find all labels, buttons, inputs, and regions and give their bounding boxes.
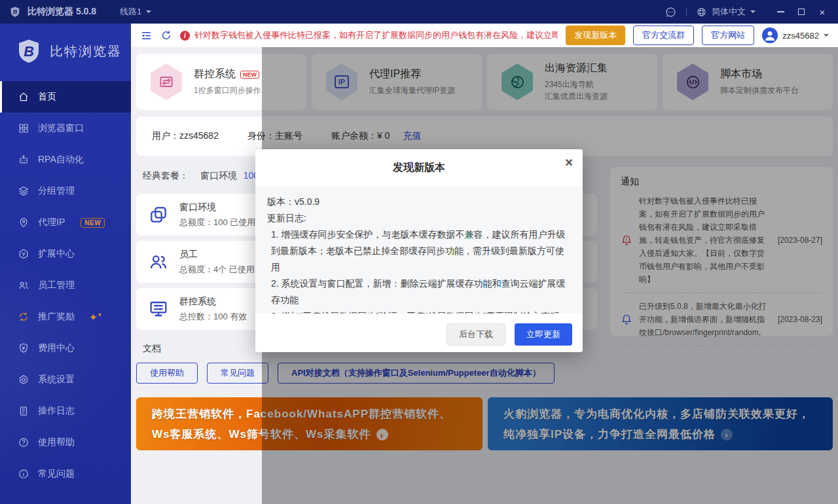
gear-icon	[18, 374, 29, 386]
close-window-button[interactable]: ×	[813, 3, 831, 20]
package-summary: 经典套餐： 窗口环境 100 个	[143, 170, 270, 182]
chevron-down-icon	[146, 10, 151, 16]
promotion-rewards-icon	[18, 311, 29, 323]
changelog-item: 3. 增加“开启扩展数据同步”验证，开启“扩展数据同步”需要强制输入密码	[267, 308, 571, 314]
username: zzs45682	[782, 31, 819, 41]
sidebar: B 比特浏览器 首页 浏览器窗口 RPA自动化 分组管理	[0, 24, 131, 504]
sidebar-item-proxy-ip[interactable]: 代理IP NEW	[0, 207, 131, 238]
monitor-control-icon	[148, 298, 169, 319]
app-logo-icon: B	[9, 5, 21, 18]
question-circle-icon	[18, 437, 29, 448]
account-username: zzs45682	[179, 130, 219, 141]
sidebar-item-home[interactable]: 首页	[0, 81, 131, 113]
new-version-button[interactable]: 发现新版本	[566, 26, 625, 45]
grid-icon	[18, 122, 29, 134]
document-log-icon	[18, 405, 29, 417]
sidebar-item-settings[interactable]: 系统设置	[0, 364, 131, 395]
main-toolbar: i 针对数字钱包被入侵事件比特已报案，如有开启了扩展数据同步的用户钱包有潜在风险…	[131, 24, 838, 47]
changelog-item: 1. 增强缓存同步安全保护，与老版本缓存数据不兼容，建议所有用户升级到最新版本；…	[267, 226, 571, 276]
language-selector[interactable]: 简体中文	[696, 6, 756, 18]
sidebar-nav: 首页 浏览器窗口 RPA自动化 分组管理 代理IP NEW 扩展中心	[0, 81, 131, 490]
app-window: B 比特浏览器 5.0.8 线路1 简体中文	[0, 0, 838, 504]
avatar	[762, 27, 778, 43]
docs-help-button[interactable]: 使用帮助	[136, 363, 198, 384]
minimize-button[interactable]	[771, 3, 790, 20]
svg-text:B: B	[24, 43, 34, 60]
official-group-button[interactable]: 官方交流群	[633, 26, 694, 45]
staff-icon	[148, 251, 169, 272]
alert-info-icon: i	[180, 31, 190, 41]
location-pin-icon	[18, 217, 29, 228]
globe-icon	[696, 7, 707, 18]
sidebar-item-extensions[interactable]: 扩展中心	[0, 238, 131, 270]
brand: B 比特浏览器	[0, 24, 131, 81]
sidebar-item-browser-windows[interactable]: 浏览器窗口	[0, 113, 131, 144]
docs-faq-button[interactable]: 常见问题	[207, 363, 268, 384]
shield-fee-icon	[18, 342, 29, 354]
sparkle-icon: ✦✦	[89, 312, 102, 322]
extension-icon	[18, 248, 29, 260]
brand-shield-icon: B	[16, 37, 42, 65]
refresh-icon[interactable]	[160, 29, 172, 41]
background-download-button[interactable]: 后台下载	[446, 323, 505, 346]
modal-changelog: 版本：v5.0.9 更新日志: 1. 增强缓存同步安全保护，与老版本缓存数据不兼…	[255, 187, 583, 314]
version-line: 版本：v5.0.9	[267, 194, 571, 210]
app-title: 比特浏览器 5.0.8	[27, 6, 96, 18]
divider	[686, 7, 687, 16]
new-badge: NEW	[81, 218, 105, 228]
layers-icon	[18, 185, 29, 197]
official-website-button[interactable]: 官方网站	[702, 26, 754, 45]
update-modal: 发现新版本 × 版本：v5.0.9 更新日志: 1. 增强缓存同步安全保护，与老…	[255, 149, 583, 352]
changelog-label: 更新日志:	[267, 210, 571, 226]
announcement-banner: i 针对数字钱包被入侵事件比特已报案，如有开启了扩展数据同步的用户钱包有潜在风险…	[180, 29, 558, 41]
sidebar-item-promotion[interactable]: 推广奖励 ✦✦	[0, 301, 131, 333]
support-chat-icon[interactable]	[665, 6, 677, 18]
robot-icon	[18, 154, 29, 166]
modal-title: 发现新版本	[393, 161, 445, 175]
sidebar-item-staff[interactable]: 员工管理	[0, 270, 131, 301]
docs-title: 文档	[143, 343, 161, 355]
svg-text:B: B	[13, 9, 18, 15]
announcement-text: 针对数字钱包被入侵事件比特已报案，如有开启了扩展数据同步的用户钱包有潜在风险，建…	[194, 29, 558, 41]
sidebar-item-logs[interactable]: 操作日志	[0, 395, 131, 427]
new-badge: NEW	[240, 71, 259, 79]
close-icon[interactable]: ×	[565, 156, 573, 169]
sidebar-item-help[interactable]: 使用帮助	[0, 427, 131, 458]
collapse-sidebar-icon[interactable]	[140, 29, 153, 42]
titlebar: B 比特浏览器 5.0.8 线路1 简体中文	[0, 0, 838, 24]
sidebar-item-billing[interactable]: 费用中心	[0, 333, 131, 364]
update-now-button[interactable]: 立即更新	[515, 323, 572, 346]
sidebar-item-faq[interactable]: 常见问题	[0, 458, 131, 490]
window-env-icon	[148, 204, 169, 225]
home-icon	[18, 91, 29, 103]
brand-name: 比特浏览器	[50, 43, 122, 60]
chevron-down-icon	[824, 34, 829, 39]
modal-footer: 后台下载 立即更新	[255, 314, 583, 346]
maximize-button[interactable]	[792, 3, 811, 20]
line-selector[interactable]: 线路1	[120, 6, 151, 18]
user-menu[interactable]: zzs45682	[762, 27, 829, 43]
chevron-down-icon	[750, 10, 756, 16]
people-icon	[18, 279, 29, 291]
info-circle-icon	[18, 468, 29, 480]
group-control-icon	[149, 63, 183, 100]
changelog-item: 2. 系统设置与窗口配置，新增：删除云端扩展缓存功能和查询云端扩展缓存功能	[267, 276, 571, 308]
sidebar-item-rpa[interactable]: RPA自动化	[0, 144, 131, 175]
sidebar-item-groups[interactable]: 分组管理	[0, 175, 131, 207]
modal-header: 发现新版本 ×	[255, 149, 583, 187]
